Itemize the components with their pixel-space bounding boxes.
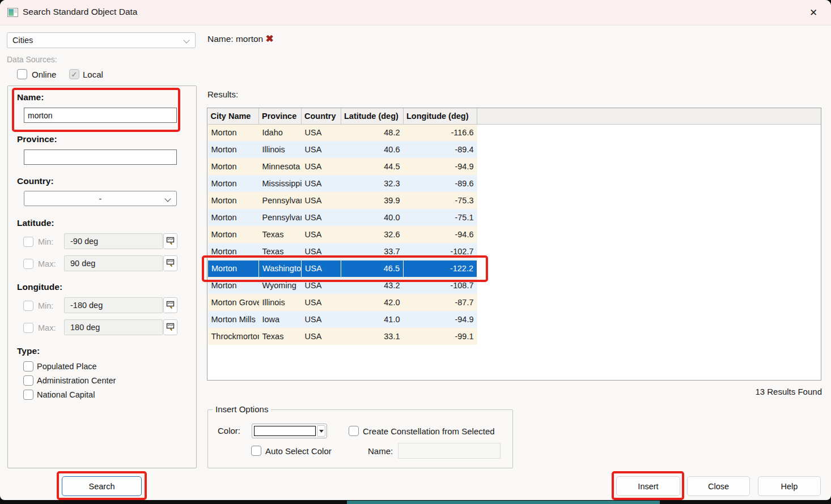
longitude-min-angle-picker-button[interactable]: [163, 297, 177, 313]
results-cell-country[interactable]: USA: [302, 328, 341, 345]
constellation-name-input[interactable]: [398, 443, 501, 459]
results-cell-latitude[interactable]: 42.0: [341, 294, 404, 311]
latitude-max-angle-picker-button[interactable]: [163, 255, 177, 271]
remove-filter-icon[interactable]: ✖: [266, 33, 274, 44]
table-row[interactable]: MortonMississippiUSA32.3-89.6: [208, 175, 821, 192]
table-row[interactable]: MortonTexasUSA32.6-94.6: [208, 226, 821, 243]
results-cell-longitude[interactable]: -75.3: [404, 192, 477, 209]
results-cell-latitude[interactable]: 40.6: [341, 141, 404, 158]
results-cell-city[interactable]: Throckmorton: [208, 328, 259, 345]
results-cell-longitude[interactable]: -94.6: [404, 226, 477, 243]
table-row[interactable]: MortonTexasUSA33.7-102.7: [208, 243, 821, 260]
results-cell-city[interactable]: Morton: [208, 124, 259, 141]
color-dropdown[interactable]: [252, 424, 327, 438]
results-cell-longitude[interactable]: -99.1: [404, 328, 477, 345]
table-row[interactable]: MortonIllinoisUSA40.6-89.4: [208, 141, 821, 158]
create-constellation-label[interactable]: Create Constellation from Selected: [363, 426, 495, 436]
window-close-icon[interactable]: ✕: [806, 6, 821, 20]
results-cell-city[interactable]: Morton: [208, 175, 259, 192]
results-cell-latitude[interactable]: 32.3: [341, 175, 404, 192]
results-cell-longitude[interactable]: -102.7: [404, 243, 477, 260]
latitude-max-checkbox[interactable]: [23, 259, 33, 269]
col-header-city-name[interactable]: City Name: [208, 108, 259, 124]
longitude-min-value[interactable]: -180 deg: [64, 297, 163, 313]
results-cell-province[interactable]: Texas: [259, 328, 302, 345]
results-cell-country[interactable]: USA: [302, 294, 341, 311]
administration-center-label[interactable]: Administration Center: [37, 376, 116, 385]
results-cell-latitude[interactable]: 44.5: [341, 158, 404, 175]
results-cell-longitude[interactable]: -94.9: [404, 311, 477, 328]
table-row[interactable]: Morton MillsIowaUSA41.0-94.9: [208, 311, 821, 328]
results-cell-province[interactable]: Illinois: [259, 294, 302, 311]
close-button[interactable]: Close: [687, 476, 750, 496]
results-cell-country[interactable]: USA: [302, 124, 341, 141]
results-cell-city[interactable]: Morton Grove: [208, 294, 259, 311]
results-cell-country[interactable]: USA: [302, 209, 341, 226]
populated-place-label[interactable]: Populated Place: [37, 362, 97, 371]
table-row[interactable]: MortonPennsylvaniaUSA39.9-75.3: [208, 192, 821, 209]
results-cell-country[interactable]: USA: [302, 311, 341, 328]
table-row[interactable]: MortonWashingtonUSA46.5-122.2: [208, 260, 821, 277]
country-dropdown[interactable]: -: [24, 191, 177, 206]
results-cell-city[interactable]: Morton: [208, 158, 259, 175]
table-row[interactable]: MortonPennsylvaniaUSA40.0-75.1: [208, 209, 821, 226]
results-cell-country[interactable]: USA: [302, 260, 341, 277]
results-cell-province[interactable]: Mississippi: [259, 175, 302, 192]
results-cell-latitude[interactable]: 33.7: [341, 243, 404, 260]
results-cell-country[interactable]: USA: [302, 158, 341, 175]
results-cell-city[interactable]: Morton Mills: [208, 311, 259, 328]
results-cell-province[interactable]: Idaho: [259, 124, 302, 141]
results-cell-latitude[interactable]: 43.2: [341, 277, 404, 294]
longitude-min-checkbox[interactable]: [23, 301, 33, 311]
longitude-max-value[interactable]: 180 deg: [64, 319, 163, 335]
results-cell-city[interactable]: Morton: [208, 209, 259, 226]
results-cell-city[interactable]: Morton: [208, 141, 259, 158]
results-cell-province[interactable]: Iowa: [259, 311, 302, 328]
results-cell-province[interactable]: Pennsylvania: [259, 209, 302, 226]
results-cell-longitude[interactable]: -108.7: [404, 277, 477, 294]
color-dropdown-arrow[interactable]: [317, 425, 325, 437]
national-capital-label[interactable]: National Capital: [37, 390, 95, 399]
results-cell-country[interactable]: USA: [302, 226, 341, 243]
online-checkbox-label[interactable]: Online: [32, 70, 56, 79]
online-checkbox[interactable]: [17, 69, 27, 79]
latitude-min-checkbox[interactable]: [23, 237, 33, 247]
results-cell-country[interactable]: USA: [302, 277, 341, 294]
results-cell-longitude[interactable]: -116.6: [404, 124, 477, 141]
results-cell-country[interactable]: USA: [302, 175, 341, 192]
results-cell-country[interactable]: USA: [302, 141, 341, 158]
longitude-max-checkbox[interactable]: [23, 323, 33, 333]
help-button[interactable]: Help: [758, 476, 821, 496]
results-cell-longitude[interactable]: -87.7: [404, 294, 477, 311]
results-cell-longitude[interactable]: -122.2: [404, 260, 477, 277]
results-cell-city[interactable]: Morton: [208, 192, 259, 209]
longitude-max-angle-picker-button[interactable]: [163, 319, 177, 335]
results-cell-province[interactable]: Wyoming: [259, 277, 302, 294]
results-cell-longitude[interactable]: -75.1: [404, 209, 477, 226]
table-row[interactable]: MortonIdahoUSA48.2-116.6: [208, 124, 821, 141]
table-row[interactable]: Morton GroveIllinoisUSA42.0-87.7: [208, 294, 821, 311]
results-cell-city[interactable]: Morton: [208, 277, 259, 294]
results-cell-latitude[interactable]: 40.0: [341, 209, 404, 226]
results-cell-province[interactable]: Washington: [259, 260, 302, 277]
col-header-country[interactable]: Country: [302, 108, 341, 124]
results-cell-latitude[interactable]: 39.9: [341, 192, 404, 209]
results-cell-longitude[interactable]: -94.9: [404, 158, 477, 175]
name-input[interactable]: [24, 108, 177, 123]
create-constellation-checkbox[interactable]: [349, 426, 359, 436]
search-button[interactable]: Search: [62, 476, 142, 496]
results-cell-longitude[interactable]: -89.4: [404, 141, 477, 158]
results-cell-province[interactable]: Pennsylvania: [259, 192, 302, 209]
results-cell-province[interactable]: Illinois: [259, 141, 302, 158]
auto-select-color-label[interactable]: Auto Select Color: [265, 446, 332, 456]
populated-place-checkbox[interactable]: [23, 361, 33, 371]
results-cell-city[interactable]: Morton: [208, 243, 259, 260]
insert-button[interactable]: Insert: [616, 476, 680, 496]
results-cell-latitude[interactable]: 32.6: [341, 226, 404, 243]
results-cell-longitude[interactable]: -89.6: [404, 175, 477, 192]
col-header-province[interactable]: Province: [259, 108, 302, 124]
table-row[interactable]: ThrockmortonTexasUSA33.1-99.1: [208, 328, 821, 345]
latitude-min-value[interactable]: -90 deg: [64, 233, 163, 249]
results-cell-country[interactable]: USA: [302, 243, 341, 260]
results-cell-province[interactable]: Texas: [259, 226, 302, 243]
